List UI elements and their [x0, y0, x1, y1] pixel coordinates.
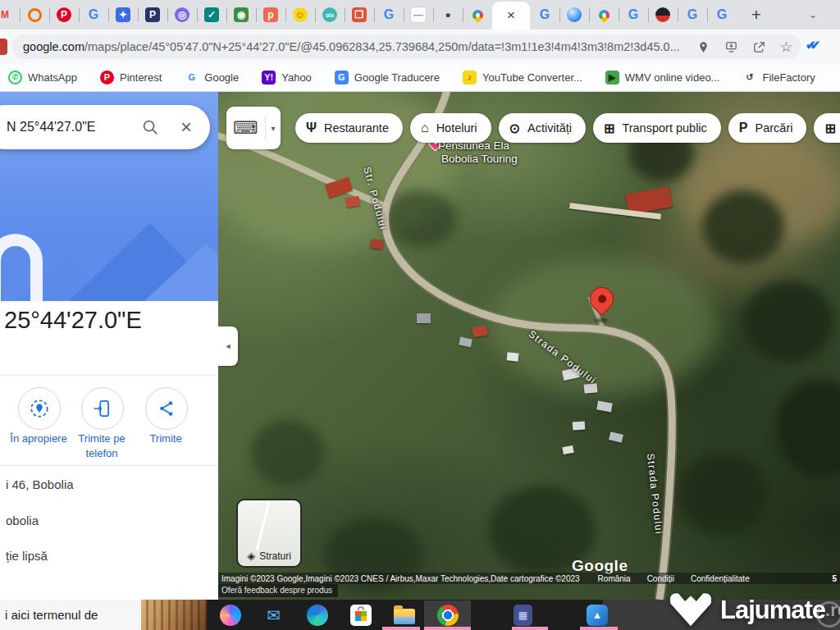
bookmark-pinterest[interactable]: P Pinterest — [100, 71, 162, 84]
taskbar-edge[interactable] — [307, 605, 328, 626]
bookmark-filefactory[interactable]: ↺ FileFactory — [742, 71, 815, 84]
nearby-icon — [29, 398, 50, 419]
location-pin-icon[interactable] — [696, 40, 710, 54]
taskbar-calculator[interactable]: ▦ — [481, 605, 532, 626]
map-house — [370, 239, 383, 249]
tab-google-5[interactable]: G — [678, 0, 707, 30]
share-icon[interactable] — [752, 40, 766, 54]
divider — [0, 465, 218, 466]
sidebar-collapse-button[interactable]: ◄ — [218, 326, 238, 366]
tab-olx[interactable]: olx — [315, 0, 345, 30]
tab-photo-editor[interactable]: ✦ — [108, 0, 138, 30]
poi-label-line2[interactable]: Bobolia Touring — [441, 153, 518, 165]
tabstrip-caret-icon[interactable]: ⌄ — [809, 9, 817, 21]
taskbar-search[interactable]: i aici termenul de — [0, 600, 207, 630]
tab-paypal[interactable]: P — [138, 0, 167, 30]
bookmark-yahoo[interactable]: Y! Yahoo — [262, 71, 312, 84]
chip-restaurante[interactable]: Ψ Restaurante — [295, 113, 403, 143]
share-place-button[interactable] — [145, 387, 188, 430]
feedback-link[interactable]: Oferă feedback despre produs — [218, 584, 338, 597]
send-to-phone-icon — [92, 398, 113, 419]
taskbar: i aici termenul de ✉ — [0, 600, 840, 630]
taskbar-photos[interactable]: ▲ — [555, 605, 608, 626]
close-icon[interactable]: × — [180, 117, 192, 137]
tab-earth[interactable] — [559, 0, 589, 30]
active-tab[interactable]: × — [492, 2, 530, 30]
bookmark-favicon: ♪ — [463, 71, 477, 84]
bookmark-whatsapp[interactable]: ✆ WhatsApp — [8, 71, 77, 84]
tab-google-4[interactable]: G — [619, 0, 648, 30]
missing-info-row[interactable]: ție lipsă — [6, 549, 48, 563]
tab-google[interactable]: G — [79, 0, 108, 30]
tab-orange-p[interactable]: p — [256, 0, 285, 30]
tab-teal-check[interactable]: ✓ — [197, 0, 226, 30]
chip-icon: ⊞ — [604, 121, 614, 136]
search-box[interactable]: N 25°44'27.0"E × — [0, 105, 210, 149]
tab-maps[interactable] — [463, 0, 492, 30]
taskbar-copilot[interactable] — [220, 605, 241, 626]
taskbar-file-explorer[interactable] — [394, 606, 415, 624]
taskbar-chrome[interactable] — [437, 605, 459, 626]
send-to-phone-button[interactable] — [81, 387, 124, 430]
chip-farmacii[interactable]: ⊞ F — [814, 113, 840, 143]
chevron-down-icon[interactable]: ▾ — [266, 124, 281, 133]
bookmark-google-traducere[interactable]: G Google Traducere — [335, 71, 440, 84]
extension-icon[interactable]: ✔✔ — [806, 38, 833, 52]
running-indicator — [424, 627, 471, 630]
attribution-link[interactable]: România — [598, 574, 631, 583]
tab-spiral[interactable]: ◎ — [167, 0, 197, 30]
tab-favicon: G — [537, 7, 552, 22]
chip-activitati[interactable]: ⊙ Activități — [499, 113, 586, 143]
tab-pinterest[interactable]: P — [49, 0, 79, 30]
chip-transport-public[interactable]: ⊞ Transport public — [593, 113, 721, 143]
attribution-link[interactable]: Confidențialitate — [691, 574, 750, 583]
nearby-button[interactable] — [18, 387, 61, 430]
bookmark-star-icon[interactable]: ☆ — [780, 40, 792, 54]
taskbar-store[interactable] — [350, 605, 372, 626]
illustration-monument — [0, 234, 43, 301]
watermark-badge-icon — [816, 601, 840, 628]
tab-red-card[interactable]: ❐ — [345, 0, 374, 30]
share-label[interactable]: Trimite — [128, 431, 203, 446]
tab-close-icon[interactable]: × — [507, 7, 515, 24]
tab-google-2[interactable]: G — [374, 0, 404, 30]
bookmark-youtube-converter[interactable]: ♪ YouTube Converter... — [463, 71, 582, 84]
map-house — [472, 326, 487, 337]
bookmark-favicon: ✆ — [8, 71, 22, 84]
bookmark-favicon: P — [100, 71, 114, 84]
attribution-link[interactable]: Condiții — [647, 574, 674, 583]
search-input[interactable]: N 25°44'27.0"E — [7, 120, 141, 135]
tab-maps-2[interactable] — [589, 0, 619, 30]
tab-orange-ring[interactable] — [20, 0, 49, 30]
map-canvas[interactable]: ⌨ ▾ Ψ Restaurante ⌂ Hoteluri — [218, 92, 840, 600]
bookmark-wmv-video[interactable]: ▶ WMV online video... — [605, 71, 720, 84]
install-icon[interactable] — [724, 40, 738, 54]
taskbar-mail[interactable]: ✉ — [263, 605, 285, 626]
tab-google-3[interactable]: G — [530, 0, 559, 30]
url-bar[interactable]: google.com/maps/place/45°05'47.0"N+25°44… — [11, 34, 801, 59]
tab-smiley[interactable]: ☺ — [285, 0, 315, 30]
tab-favicon — [470, 7, 485, 22]
new-tab-button[interactable]: + — [745, 3, 768, 26]
locality-row[interactable]: obolia — [6, 514, 39, 527]
layers-button[interactable]: ◈ Straturi — [236, 499, 302, 568]
tab-google-6[interactable]: G — [707, 0, 737, 30]
running-indicator — [580, 627, 618, 630]
bookmarks-bar: ✆ WhatsApp P Pinterest G Google Y! Yahoo… — [0, 64, 840, 92]
tab-doc[interactable]: — — [404, 0, 433, 30]
keyboard-button[interactable]: ⌨ ▾ — [226, 107, 281, 149]
chip-icon: ⌂ — [421, 121, 429, 135]
address-row[interactable]: i 46, Bobolia — [6, 477, 74, 491]
tab-dark-red[interactable] — [648, 0, 678, 30]
tab-favicon: ❐ — [352, 7, 367, 22]
screen: M P G ✦ P — [0, 0, 840, 630]
chip-parcari[interactable]: P Parcări — [728, 113, 807, 143]
tab-green-app[interactable]: ◉ — [226, 0, 256, 30]
chip-hoteluri[interactable]: ⌂ Hoteluri — [410, 113, 491, 143]
search-icon[interactable] — [141, 118, 159, 136]
tab-dark-blob[interactable]: ● — [433, 0, 463, 30]
taskbar-news-thumbnail[interactable] — [141, 600, 207, 630]
tab-gmail[interactable]: M — [0, 0, 20, 30]
bookmark-google[interactable]: G Google — [185, 71, 239, 84]
tab-favicon: olx — [322, 7, 337, 22]
